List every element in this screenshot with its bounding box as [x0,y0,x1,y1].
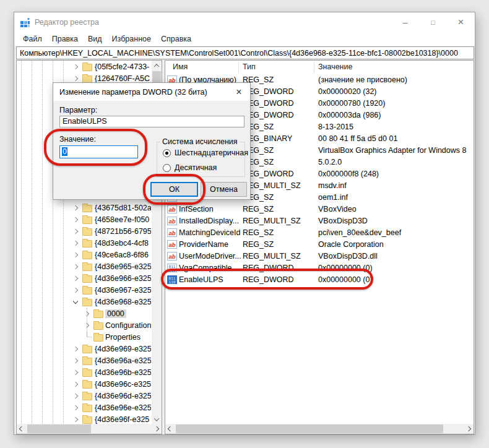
folder-icon [93,334,103,342]
folder-icon [82,381,92,389]
chevron-right-icon[interactable] [73,370,78,375]
folder-icon [82,217,92,224]
tree-item-expanded[interactable]: {4d36e968-e325 [17,296,151,308]
radio-hexadecimal[interactable]: Шестнадцатеричная [163,149,248,157]
radix-group-label: Система исчисления [160,137,240,146]
tree-item[interactable]: {4d36e96b-e325 [17,367,151,379]
tree-item[interactable]: {4d36e969-e325 [17,343,151,355]
tree-item[interactable]: {43675d81-502a [17,202,151,214]
column-separator[interactable] [238,62,239,73]
chevron-right-icon[interactable] [73,241,78,246]
registry-value-row[interactable]: MatchingDeviceId REG_SZ pci\ven_80ee&dev… [165,227,474,239]
chevron-right-icon[interactable] [73,229,78,234]
registry-value-row[interactable]: InfSection REG_SZ VBoxVideo [165,204,474,215]
folder-icon [82,252,92,259]
chevron-down-icon[interactable] [73,299,78,304]
dialog-close-icon[interactable]: × [228,83,250,101]
registry-value-row[interactable]: UserModeDriver... REG_MULTI_SZ VBoxDispD… [165,251,474,262]
arrow-right-icon [466,426,471,431]
scrollbar-thumb[interactable] [176,424,443,433]
scroll-right-button[interactable] [152,424,162,434]
radio-unchecked-icon[interactable] [163,164,171,172]
tree-item[interactable]: {4d36e96c-e325 [17,379,151,390]
param-name-text: EnableULPS [63,117,107,126]
tree-item[interactable]: Configuration [17,320,151,332]
value-data: pci\ven_80ee&dev_beef [318,228,401,237]
chevron-right-icon[interactable] [84,323,89,328]
menu-file[interactable]: Файл [18,35,47,43]
registry-editor-window: Редактор реестра – □ × Файл Правка Вид И… [14,12,475,435]
tree-item[interactable]: {05f5cfe2-4733- [17,61,151,73]
scroll-left-button[interactable] [17,424,27,434]
chevron-right-icon[interactable] [73,217,78,222]
tree-horizontal-scrollbar[interactable] [17,424,162,434]
tree-item[interactable]: {4d36e96a-e325 [17,355,151,367]
close-button[interactable]: × [447,12,475,32]
value-type: REG_SZ [243,205,274,213]
chevron-right-icon[interactable] [73,382,78,387]
chevron-right-icon[interactable] [73,205,78,210]
chevron-right-icon[interactable] [73,347,78,351]
param-name-field[interactable]: EnableULPS [59,116,244,127]
scroll-up-button[interactable] [152,61,162,71]
string-value-icon [167,252,177,261]
menu-edit[interactable]: Правка [47,35,83,43]
tree-item[interactable]: {4d36e965-e325 [17,261,151,273]
folder-icon [93,311,103,318]
column-header-type[interactable]: Тип [243,62,256,71]
chevron-right-icon[interactable] [73,252,78,257]
column-header-value[interactable]: Значение [318,62,352,71]
tree-item[interactable]: {48d3ebc4-4cf8 [17,238,151,249]
tree-item[interactable]: {4658ee7e-f050 [17,214,151,226]
column-header-name[interactable]: Имя [173,62,188,71]
string-value-icon [167,240,177,249]
tree-branch-connector [87,332,92,337]
radio-dec-label: Десятичная [175,163,217,172]
column-separator[interactable] [314,62,314,73]
cancel-button[interactable]: Отмена [201,182,247,197]
scrollbar-thumb[interactable] [27,424,91,433]
chevron-right-icon[interactable] [73,276,78,281]
chevron-right-icon[interactable] [73,288,78,293]
folder-icon [82,299,92,306]
registry-value-row[interactable]: ProviderName REG_SZ Oracle Corporation [165,239,474,251]
tree-item-label: {4d36e966-e325 [95,274,151,283]
scroll-right-button[interactable] [464,424,474,434]
tree-item-0000-selected[interactable]: 0000 [17,308,151,320]
radio-decimal[interactable]: Десятичная [163,163,217,172]
tree-item-label: {4d36e96e-e325 [95,403,151,412]
string-value-icon [167,228,177,237]
scroll-down-button[interactable] [152,415,162,424]
tree-item[interactable]: {48721b56-6795 [17,226,151,238]
chevron-right-icon[interactable] [73,358,78,363]
chevron-right-icon[interactable] [73,405,78,410]
tree-item[interactable]: {4d36e96d-e325 [17,390,151,402]
value-data: 0x000000f8 (248) [318,170,379,178]
menu-help[interactable]: Справка [156,35,196,43]
chevron-right-icon[interactable] [73,76,78,81]
chevron-right-icon[interactable] [84,311,89,316]
scroll-left-button[interactable] [165,424,175,434]
chevron-right-icon[interactable] [73,64,78,69]
address-bar[interactable]: Компьютер\HKEY_LOCAL_MACHINE\SYSTEM\Cont… [16,46,474,59]
list-horizontal-scrollbar[interactable] [165,424,474,434]
chevron-right-icon[interactable] [73,417,78,422]
tree-item[interactable]: Properties [17,332,151,343]
tree-item[interactable]: {49ce6ac8-6f86 [17,249,151,261]
folder-icon [82,228,92,236]
title-bar: Редактор реестра – □ × [14,12,475,32]
chevron-right-icon[interactable] [73,394,78,398]
tree-item[interactable]: {4d36e96e-e325 [17,402,151,414]
tree-item-label: {4d36e969-e325 [95,345,151,353]
menu-view[interactable]: Вид [83,35,107,43]
chevron-right-icon[interactable] [73,264,78,269]
minimize-button[interactable]: – [391,12,419,32]
dialog-title-bar: Изменение параметра DWORD (32 бита) × [53,83,250,101]
registry-value-row[interactable]: InstalledDisplay... REG_MULTI_SZ VBoxDis… [165,215,474,227]
maximize-button[interactable]: □ [419,12,447,32]
radio-checked-icon[interactable] [163,149,171,157]
menu-favorites[interactable]: Избранное [107,35,156,43]
tree-item[interactable]: {4d36e966-e325 [17,273,151,285]
value-name: InstalledDisplay... [179,217,239,225]
tree-item[interactable]: {4d36e967-e325 [17,285,151,296]
